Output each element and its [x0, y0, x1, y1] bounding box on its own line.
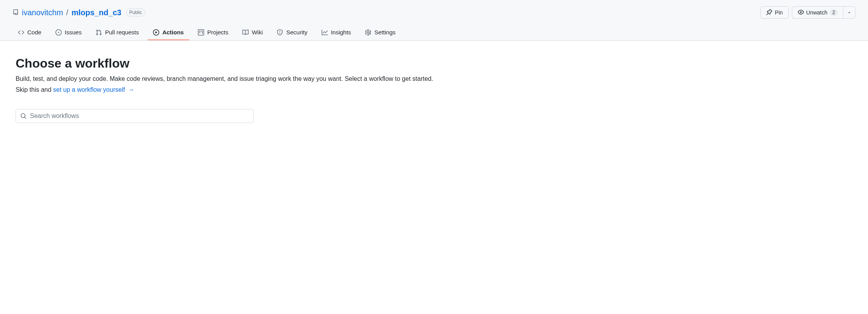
tab-pulls-label: Pull requests — [105, 29, 139, 36]
pin-label: Pin — [775, 9, 783, 16]
tab-issues-label: Issues — [65, 29, 82, 36]
page-heading: Choose a workflow — [16, 56, 609, 71]
repo-nav-tabs: Code Issues Pull requests Actions Projec… — [12, 25, 856, 40]
projects-icon — [198, 29, 204, 36]
main-content: Choose a workflow Build, test, and deplo… — [0, 41, 624, 139]
repo-title-row: ivanovitchm / mlops_nd_c3 Public Pin Unw… — [12, 6, 856, 25]
caret-down-icon — [847, 9, 851, 16]
tab-code[interactable]: Code — [12, 25, 47, 40]
search-workflows-input[interactable] — [16, 109, 254, 123]
repo-owner-link[interactable]: ivanovitchm — [22, 8, 63, 17]
unwatch-button[interactable]: Unwatch 2 — [792, 6, 843, 19]
watch-count: 2 — [830, 9, 838, 16]
play-icon — [153, 29, 159, 36]
tab-security-label: Security — [286, 29, 307, 36]
watch-dropdown-button[interactable] — [843, 6, 856, 19]
tab-security[interactable]: Security — [271, 25, 313, 40]
book-icon — [242, 29, 249, 36]
tab-wiki[interactable]: Wiki — [237, 25, 268, 40]
unwatch-label: Unwatch — [806, 9, 827, 16]
repo-name-link[interactable]: mlops_nd_c3 — [71, 8, 121, 17]
search-wrap — [16, 109, 254, 123]
visibility-badge: Public — [126, 9, 145, 16]
page-subtitle: Build, test, and deploy your code. Make … — [16, 75, 609, 82]
search-icon — [20, 113, 27, 119]
tab-wiki-label: Wiki — [252, 29, 263, 36]
tab-insights[interactable]: Insights — [316, 25, 357, 40]
eye-icon — [798, 9, 804, 16]
gear-icon — [365, 29, 371, 36]
graph-icon — [322, 29, 328, 36]
setup-workflow-link[interactable]: set up a workflow yourself → — [53, 86, 135, 93]
pull-request-icon — [96, 29, 102, 36]
repo-actions: Pin Unwatch 2 — [760, 6, 856, 19]
arrow-right-icon: → — [126, 86, 134, 93]
tab-code-label: Code — [27, 29, 41, 36]
repo-separator: / — [66, 8, 69, 17]
tab-settings-label: Settings — [374, 29, 395, 36]
watch-button-group: Unwatch 2 — [792, 6, 856, 19]
skip-prefix: Skip this and — [16, 86, 53, 93]
tab-pulls[interactable]: Pull requests — [90, 25, 144, 40]
code-icon — [18, 29, 24, 36]
pin-button[interactable]: Pin — [760, 6, 788, 19]
issues-icon — [55, 29, 62, 36]
repo-title: ivanovitchm / mlops_nd_c3 Public — [12, 8, 145, 17]
tab-insights-label: Insights — [331, 29, 351, 36]
shield-icon — [277, 29, 283, 36]
tab-projects-label: Projects — [207, 29, 228, 36]
skip-line: Skip this and set up a workflow yourself… — [16, 86, 609, 93]
tab-actions[interactable]: Actions — [148, 25, 189, 40]
repo-header: ivanovitchm / mlops_nd_c3 Public Pin Unw… — [0, 0, 868, 41]
pin-icon — [766, 9, 772, 16]
tab-projects[interactable]: Projects — [192, 25, 234, 40]
tab-issues[interactable]: Issues — [50, 25, 87, 40]
tab-settings[interactable]: Settings — [359, 25, 401, 40]
repo-icon — [12, 9, 19, 16]
tab-actions-label: Actions — [162, 29, 184, 36]
